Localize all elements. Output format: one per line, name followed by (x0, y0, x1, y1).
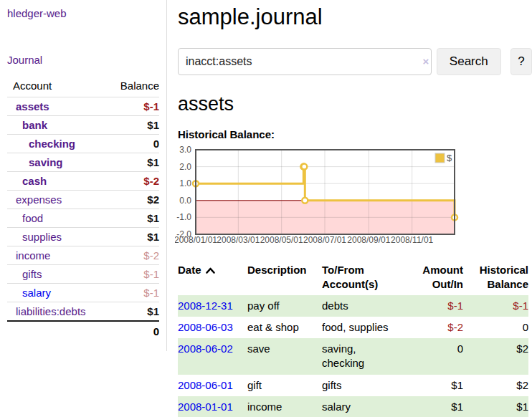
sidebar: hledger-web Journal Account Balance asse… (0, 0, 167, 351)
account-link-checking[interactable]: checking (29, 138, 75, 150)
register-description: gift (247, 375, 322, 396)
svg-text:0.0: 0.0 (179, 196, 191, 206)
account-row: salary$-1 (7, 284, 159, 302)
account-row: bank$1 (7, 116, 159, 135)
accounts-total-value: 0 (109, 321, 159, 341)
register-accounts: debts (322, 295, 402, 317)
account-balance: $-2 (109, 172, 159, 191)
account-row: income$-2 (7, 246, 159, 265)
search-button[interactable]: Search (437, 48, 501, 75)
account-balance: 0 (109, 135, 159, 153)
sidebar-item-journal[interactable]: Journal (7, 54, 159, 66)
svg-text:2.0: 2.0 (179, 162, 191, 172)
accounts-table: Account Balance assets$-1bank$1checking0… (7, 78, 159, 341)
accounts-total-row: 0 (7, 321, 159, 341)
account-balance: $-1 (109, 97, 159, 116)
account-balance: $1 (109, 228, 159, 246)
register-balance: $2 (463, 338, 528, 375)
register-row: 2008-01-01incomesalary$1$1 (178, 396, 528, 417)
account-balance: $2 (109, 191, 159, 209)
account-link-cash[interactable]: cash (22, 175, 47, 187)
account-link-gifts[interactable]: gifts (22, 268, 42, 280)
account-row: cash$-2 (7, 172, 159, 191)
register-balance: $-1 (463, 295, 528, 317)
svg-text:1.0: 1.0 (179, 178, 191, 188)
register-amount: $-2 (402, 317, 463, 338)
register-balance: 0 (463, 317, 528, 338)
register-date-link[interactable]: 2008-01-01 (178, 401, 233, 413)
main-content: sample.journal × Search ? assets Histori… (178, 0, 532, 417)
register-accounts: gifts (322, 375, 402, 396)
svg-text:3.0: 3.0 (179, 145, 191, 155)
svg-text:2008/03/01: 2008/03/01 (217, 235, 260, 245)
help-button[interactable]: ? (510, 48, 532, 75)
register-header-description: Description (247, 260, 322, 295)
page-title: sample.journal (178, 4, 532, 30)
register-description: save (247, 338, 322, 375)
app-title-link[interactable]: hledger-web (7, 7, 159, 19)
register-balance: $1 (463, 396, 528, 417)
svg-text:2008/05/01: 2008/05/01 (260, 235, 303, 245)
account-balance: $1 (109, 302, 159, 322)
register-amount: $1 (402, 375, 463, 396)
hledger-web-page: hledger-web Journal Account Balance asse… (0, 0, 532, 417)
register-header-amount: Amount Out/In (402, 260, 463, 295)
register-amount: $1 (402, 396, 463, 417)
clear-search-icon[interactable]: × (419, 55, 432, 67)
svg-text:2008/09/01: 2008/09/01 (347, 235, 390, 245)
register-description: income (247, 396, 322, 417)
account-row: supplies$1 (7, 228, 159, 246)
account-balance: $-1 (109, 284, 159, 302)
register-accounts: salary (322, 396, 402, 417)
account-row: saving$1 (7, 153, 159, 172)
register-amount: $-1 (402, 295, 463, 317)
register-row: 2008-06-01giftgifts$1$2 (178, 375, 528, 396)
account-heading: assets (178, 93, 532, 115)
account-link-saving[interactable]: saving (29, 156, 63, 168)
sort-ascending-icon (206, 264, 215, 277)
svg-text:-1.0: -1.0 (176, 212, 191, 222)
register-header-accounts: To/From Account(s) (322, 260, 402, 295)
account-balance: $1 (109, 209, 159, 228)
register-accounts: food, supplies (322, 317, 402, 338)
register-row: 2008-12-31pay offdebts$-1$-1 (178, 295, 528, 317)
account-balance: $1 (109, 153, 159, 172)
register-header-date[interactable]: Date (178, 260, 247, 295)
account-link-income[interactable]: income (16, 249, 50, 262)
register-header-balance: Historical Balance (463, 260, 528, 295)
register-description: pay off (247, 295, 322, 317)
chart-title: Historical Balance: (178, 128, 532, 140)
search-input[interactable] (178, 48, 432, 75)
account-row: assets$-1 (7, 97, 159, 116)
register-date-link[interactable]: 2008-06-03 (178, 321, 233, 333)
account-row: food$1 (7, 209, 159, 228)
account-balance: $1 (109, 116, 159, 135)
svg-text:2008/11/01: 2008/11/01 (391, 235, 433, 245)
register-date-link[interactable]: 2008-12-31 (178, 299, 233, 312)
account-link-liabilities-debts[interactable]: liabilities:debts (16, 305, 86, 317)
register-row: 2008-06-03eat & shopfood, supplies$-20 (178, 317, 528, 338)
register-amount: 0 (402, 338, 463, 375)
historical-balance-chart: 3.02.01.00.0-1.0-2.02008/01/012008/03/01… (175, 145, 462, 245)
accounts-header-balance: Balance (109, 78, 159, 97)
register-description: eat & shop (247, 317, 322, 338)
account-link-assets[interactable]: assets (16, 100, 49, 112)
account-link-supplies[interactable]: supplies (22, 231, 62, 243)
register-date-link[interactable]: 2008-06-01 (178, 379, 233, 391)
account-link-salary[interactable]: salary (22, 287, 51, 299)
register-accounts: saving, checking (322, 338, 402, 375)
register-row: 2008-06-02savesaving, checking0$2 (178, 338, 528, 375)
account-balance: $-1 (109, 265, 159, 284)
account-row: checking0 (7, 135, 159, 153)
register-date-link[interactable]: 2008-06-02 (178, 342, 233, 355)
svg-text:$: $ (447, 153, 452, 163)
account-row: liabilities:debts$1 (7, 302, 159, 322)
account-link-food[interactable]: food (22, 212, 43, 224)
register-balance: $2 (463, 375, 528, 396)
account-balance: $-2 (109, 246, 159, 265)
account-link-bank[interactable]: bank (22, 119, 47, 131)
account-link-expenses[interactable]: expenses (16, 193, 62, 206)
svg-text:2008/07/01: 2008/07/01 (303, 235, 346, 245)
search-form: × Search ? (178, 48, 532, 75)
chart-legend: $ (435, 153, 452, 163)
